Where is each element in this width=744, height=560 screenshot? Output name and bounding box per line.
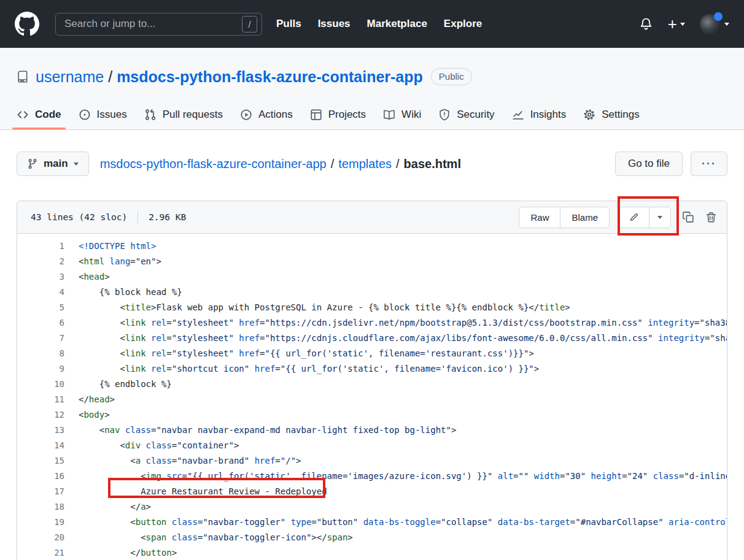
code-line-text: <a class="navbar-brand" href="/"> <box>64 453 301 469</box>
line-number[interactable]: 5 <box>17 300 64 315</box>
copy-file-button[interactable] <box>682 211 694 223</box>
code-line: 3<head> <box>17 269 727 285</box>
code-line-text: <link rel="stylesheet" href="https://cdn… <box>64 315 727 331</box>
trash-icon <box>705 212 717 223</box>
code-line: 17 Azure Restaurant Review - Redeployed <box>17 484 727 499</box>
nav-pulls[interactable]: Pulls <box>276 18 301 30</box>
gear-icon <box>583 109 595 121</box>
kebab-icon: ··· <box>702 158 716 171</box>
code-line-text: <!DOCTYPE html> <box>64 239 156 254</box>
line-number[interactable]: 1 <box>17 239 64 254</box>
repo-owner-link[interactable]: username <box>36 68 104 86</box>
nav-issues[interactable]: Issues <box>318 18 351 30</box>
line-number[interactable]: 18 <box>17 499 64 515</box>
tab-issues[interactable]: Issues <box>70 99 136 129</box>
plus-icon: + <box>668 16 677 32</box>
repo-header: username / msdocs-python-flask-azure-con… <box>0 48 744 130</box>
code-line: 16 <img src="{{ url_for('static', filena… <box>17 469 727 484</box>
edit-dropdown-button[interactable] <box>649 207 670 228</box>
slash-shortcut-key: / <box>242 16 257 33</box>
create-new-button[interactable]: + <box>668 16 685 32</box>
code-line-text: <link rel="stylesheet" href="https://cdn… <box>64 331 727 346</box>
header-nav: Pulls Issues Marketplace Explore <box>276 18 482 30</box>
tab-actions[interactable]: Actions <box>231 99 301 129</box>
code-line-text: <head> <box>64 269 110 285</box>
repo-icon <box>17 71 29 83</box>
issue-opened-icon <box>79 109 91 121</box>
chevron-down-icon <box>724 23 729 26</box>
nav-explore[interactable]: Explore <box>444 18 482 30</box>
search-placeholder: Search or jump to... <box>64 18 242 30</box>
line-number[interactable]: 11 <box>17 392 64 407</box>
code-line: 19 <button class="navbar-toggler" type="… <box>17 515 727 530</box>
tab-security[interactable]: Security <box>430 99 503 129</box>
tab-wiki[interactable]: Wiki <box>374 99 430 129</box>
line-number[interactable]: 4 <box>17 285 64 300</box>
code-line-text: <link rel="shortcut icon" href="{{ url_f… <box>64 361 539 377</box>
line-number[interactable]: 7 <box>17 331 64 346</box>
chevron-down-icon <box>657 216 662 219</box>
line-number[interactable]: 9 <box>17 361 64 377</box>
file-viewer: 43 lines (42 sloc) 2.96 KB Raw Blame <box>17 201 727 560</box>
github-logo[interactable] <box>15 12 39 36</box>
code-line: 2<html lang="en"> <box>17 254 727 269</box>
tab-projects[interactable]: Projects <box>301 99 374 129</box>
edit-button-group <box>619 207 671 228</box>
shield-icon <box>438 109 451 121</box>
line-number[interactable]: 17 <box>17 484 64 499</box>
kebab-menu-button[interactable]: ··· <box>691 152 727 176</box>
line-number[interactable]: 2 <box>17 254 64 269</box>
line-number[interactable]: 15 <box>17 453 64 469</box>
blame-button[interactable]: Blame <box>560 207 609 228</box>
code-line: 21 </button> <box>17 545 727 560</box>
file-size: 2.96 KB <box>149 212 186 222</box>
book-icon <box>383 109 395 121</box>
line-number[interactable]: 12 <box>17 407 64 423</box>
main-content: main msdocs-python-flask-azure-container… <box>0 130 744 560</box>
status-dot <box>714 12 723 21</box>
code-line: 12<body> <box>17 407 727 423</box>
tab-settings[interactable]: Settings <box>575 99 648 129</box>
line-number[interactable]: 13 <box>17 423 64 438</box>
user-menu-button[interactable] <box>700 14 729 34</box>
code-line: 6 <link rel="stylesheet" href="https://c… <box>17 315 727 331</box>
raw-blame-group: Raw Blame <box>519 207 610 228</box>
repo-title-slash: / <box>108 68 112 86</box>
line-number[interactable]: 6 <box>17 315 64 331</box>
code-line-text: <body> <box>64 407 110 423</box>
code-line: 18 </a> <box>17 499 727 515</box>
repo-name-link[interactable]: msdocs-python-flask-azure-container-app <box>117 68 423 86</box>
line-number[interactable]: 16 <box>17 469 64 484</box>
table-icon <box>310 109 322 121</box>
line-number[interactable]: 14 <box>17 438 64 453</box>
breadcrumb: msdocs-python-flask-azure-container-app … <box>100 157 461 171</box>
breadcrumb-folder-link[interactable]: templates <box>338 157 392 171</box>
raw-button[interactable]: Raw <box>519 207 560 228</box>
nav-marketplace[interactable]: Marketplace <box>367 18 427 30</box>
branch-selector-button[interactable]: main <box>17 152 89 176</box>
tab-insights[interactable]: Insights <box>503 99 575 129</box>
line-number[interactable]: 8 <box>17 346 64 361</box>
code-line-text: </button> <box>64 545 177 560</box>
line-number[interactable]: 19 <box>17 515 64 530</box>
breadcrumb-current-file: base.html <box>404 157 461 171</box>
code-line-text: {% endblock %} <box>64 377 172 392</box>
tab-pull-requests[interactable]: Pull requests <box>136 99 231 129</box>
code-line: 8 <link rel="stylesheet" href="{{ url_fo… <box>17 346 727 361</box>
search-input[interactable]: Search or jump to... / <box>55 13 262 36</box>
code-line-text: {% block head %} <box>64 285 182 300</box>
breadcrumb-repo-link[interactable]: msdocs-python-flask-azure-container-app <box>100 157 327 171</box>
code-line: 11</head> <box>17 392 727 407</box>
delete-file-button[interactable] <box>705 212 717 223</box>
line-number[interactable]: 10 <box>17 377 64 392</box>
line-number[interactable]: 21 <box>17 545 64 560</box>
line-number[interactable]: 20 <box>17 530 64 545</box>
edit-file-button[interactable] <box>619 207 649 228</box>
line-number[interactable]: 3 <box>17 269 64 285</box>
go-to-file-button[interactable]: Go to file <box>615 152 683 176</box>
code-line: 20 <span class="navbar-toggler-icon"></s… <box>17 530 727 545</box>
tab-code[interactable]: Code <box>8 99 70 129</box>
code-line: 9 <link rel="shortcut icon" href="{{ url… <box>17 361 727 377</box>
notifications-bell-icon[interactable] <box>639 17 653 31</box>
graph-icon <box>512 109 524 121</box>
